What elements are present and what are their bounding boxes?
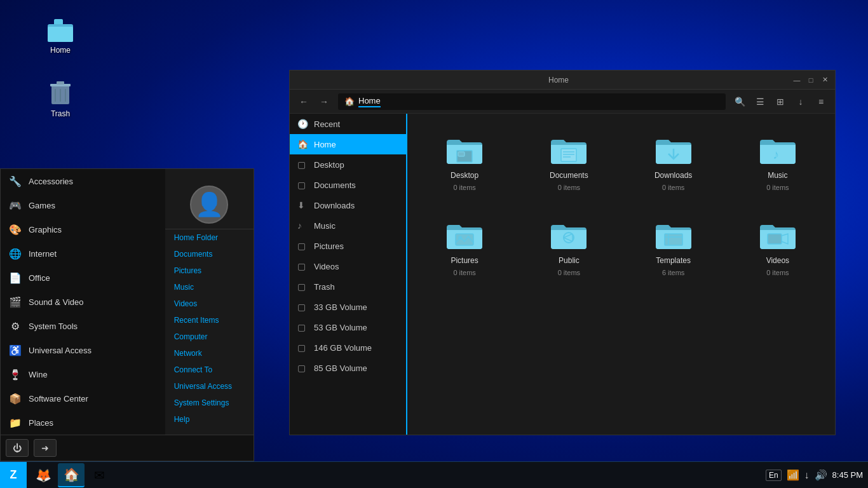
right-item-help[interactable]: Help	[165, 411, 254, 428]
menu-item-wine[interactable]: 🍷 Wine	[1, 362, 165, 386]
right-item-connect-to[interactable]: Connect To	[165, 362, 254, 378]
menu-button[interactable]: ≡	[812, 93, 830, 111]
right-item-pictures[interactable]: Pictures	[165, 262, 254, 279]
documents-folder-name: Documents	[550, 171, 588, 180]
desktop-icon-home[interactable]: Home	[35, 13, 86, 55]
sidebar-item-videos[interactable]: ▢ Videos	[290, 256, 406, 276]
taskbar-apps: 🦊 🏠 ✉	[27, 463, 761, 487]
fm-window-title: Home	[325, 76, 792, 85]
sort-button[interactable]: ↓	[792, 93, 810, 111]
right-item-system-settings[interactable]: System Settings	[165, 395, 254, 411]
vol33-icon: ▢	[297, 302, 308, 312]
taskbar-start-button[interactable]: Z	[0, 462, 27, 489]
folder-item-documents[interactable]: Documents 0 items	[522, 124, 616, 199]
menu-item-system-tools[interactable]: ⚙ System Tools	[1, 314, 165, 338]
right-item-home-folder[interactable]: Home Folder	[165, 229, 254, 246]
user-profile: 👤	[165, 175, 254, 229]
menu-item-graphics[interactable]: 🎨 Graphics	[1, 217, 165, 241]
right-item-computer[interactable]: Computer	[165, 329, 254, 345]
menu-item-office[interactable]: 📄 Office	[1, 266, 165, 290]
svg-rect-4	[57, 81, 64, 85]
menu-item-games[interactable]: 🎮 Games	[1, 193, 165, 217]
back-button[interactable]: ←	[295, 93, 313, 111]
sidebar-item-pictures[interactable]: ▢ Pictures	[290, 236, 406, 256]
wine-icon: 🍷	[8, 367, 22, 381]
volume-icon[interactable]: 🔊	[815, 469, 827, 481]
list-view-button[interactable]: ☰	[751, 93, 769, 111]
right-item-documents[interactable]: Documents	[165, 246, 254, 262]
folder-item-templates[interactable]: Templates 6 items	[627, 209, 721, 284]
music-folder-name: Music	[768, 171, 787, 180]
sidebar-item-music[interactable]: ♪ Music	[290, 215, 406, 236]
folder-item-videos[interactable]: Videos 0 items	[731, 209, 825, 284]
public-folder-icon	[548, 217, 589, 252]
fm-toolbar: ← → 🏠 Home 🔍 ☰ ⊞ ↓ ≡	[290, 90, 835, 114]
right-item-music[interactable]: Music	[165, 279, 254, 295]
templates-folder-name: Templates	[656, 256, 691, 265]
start-menu-bottom: ⏻ ➜	[1, 435, 254, 461]
sidebar-item-desktop[interactable]: ▢ Desktop	[290, 154, 406, 175]
taskbar-app-firefox[interactable]: 🦊	[30, 463, 57, 487]
right-item-network[interactable]: Network	[165, 345, 254, 362]
shutdown-button[interactable]: ⏻	[6, 439, 29, 457]
sidebar-item-vol85[interactable]: ▢ 85 GB Volume	[290, 358, 406, 378]
svg-rect-1	[48, 27, 73, 42]
sidebar-item-vol53[interactable]: ▢ 53 GB Volume	[290, 317, 406, 337]
window-controls: — □ ✕	[792, 75, 830, 85]
minimize-button[interactable]: —	[792, 75, 802, 85]
desktop-icon-trash[interactable]: Trash	[35, 76, 86, 118]
folder-item-public[interactable]: Public 0 items	[522, 209, 616, 284]
taskbar: Z 🦊 🏠 ✉ En 📶 ↓ 🔊 8:45 PM	[0, 461, 868, 488]
search-button[interactable]: 🔍	[731, 93, 749, 111]
svg-rect-22	[665, 234, 682, 245]
sidebar-item-vol146[interactable]: ▢ 146 GB Volume	[290, 337, 406, 358]
desktop-folder-icon	[444, 132, 485, 167]
taskbar-app-files[interactable]: 🏠	[58, 463, 85, 487]
menu-item-universal-access[interactable]: ♿ Universal Access	[1, 338, 165, 362]
logout-button[interactable]: ➜	[34, 439, 57, 457]
language-indicator[interactable]: En	[766, 470, 782, 481]
downloads-folder-name: Downloads	[654, 171, 692, 180]
maximize-button[interactable]: □	[806, 75, 816, 85]
sidebar-item-downloads[interactable]: ⬇ Downloads	[290, 195, 406, 215]
fm-body: 🕐 Recent 🏠 Home ▢ Desktop ▢ Documents ⬇	[290, 114, 835, 435]
sidebar-item-home[interactable]: 🏠 Home	[290, 134, 406, 154]
grid-view-button[interactable]: ⊞	[771, 93, 789, 111]
graphics-icon: 🎨	[8, 222, 22, 236]
software-center-icon: 📦	[8, 391, 22, 405]
public-folder-count: 0 items	[558, 269, 580, 276]
sidebar-item-recent[interactable]: 🕐 Recent	[290, 114, 406, 134]
menu-item-accessories[interactable]: 🔧 Accessories	[1, 169, 165, 193]
folder-item-desktop[interactable]: Desktop 0 items	[417, 124, 512, 199]
trash-nav-icon: ▢	[297, 281, 308, 292]
pictures-folder-name: Pictures	[451, 256, 478, 265]
menu-item-places[interactable]: 📁 Places	[1, 410, 165, 435]
right-item-recent[interactable]: Recent Items	[165, 312, 254, 329]
home-icon-label: Home	[50, 46, 71, 55]
recent-icon: 🕐	[297, 119, 308, 129]
address-text: Home	[358, 96, 381, 107]
right-item-videos[interactable]: Videos	[165, 295, 254, 312]
folder-item-music[interactable]: ♪ Music 0 items	[731, 124, 825, 199]
games-icon: 🎮	[8, 198, 22, 212]
public-folder-name: Public	[559, 256, 580, 265]
svg-text:♪: ♪	[773, 147, 779, 161]
address-bar: 🏠 Home	[338, 93, 726, 110]
menu-item-internet[interactable]: 🌐 Internet	[1, 241, 165, 266]
file-manager-window: Home — □ ✕ ← → 🏠 Home 🔍 ☰ ⊞ ↓ ≡	[289, 70, 836, 435]
close-button[interactable]: ✕	[820, 75, 830, 85]
right-item-universal-access[interactable]: Universal Access	[165, 378, 254, 395]
taskbar-app-mail[interactable]: ✉	[86, 463, 112, 487]
sidebar-item-trash[interactable]: ▢ Trash	[290, 276, 406, 297]
menu-item-software-center[interactable]: 📦 Software Center	[1, 386, 165, 410]
forward-button[interactable]: →	[315, 93, 333, 111]
taskbar-right: En 📶 ↓ 🔊 8:45 PM	[761, 469, 868, 481]
menu-item-sound-video[interactable]: 🎬 Sound & Video	[1, 290, 165, 314]
home-folder-icon	[45, 13, 76, 43]
folder-item-pictures[interactable]: Pictures 0 items	[417, 209, 512, 284]
sidebar-item-vol33[interactable]: ▢ 33 GB Volume	[290, 297, 406, 317]
sidebar-item-documents[interactable]: ▢ Documents	[290, 175, 406, 195]
folder-grid: Desktop 0 items	[417, 124, 825, 284]
downloads-nav-icon: ⬇	[297, 200, 308, 210]
folder-item-downloads[interactable]: Downloads 0 items	[627, 124, 721, 199]
